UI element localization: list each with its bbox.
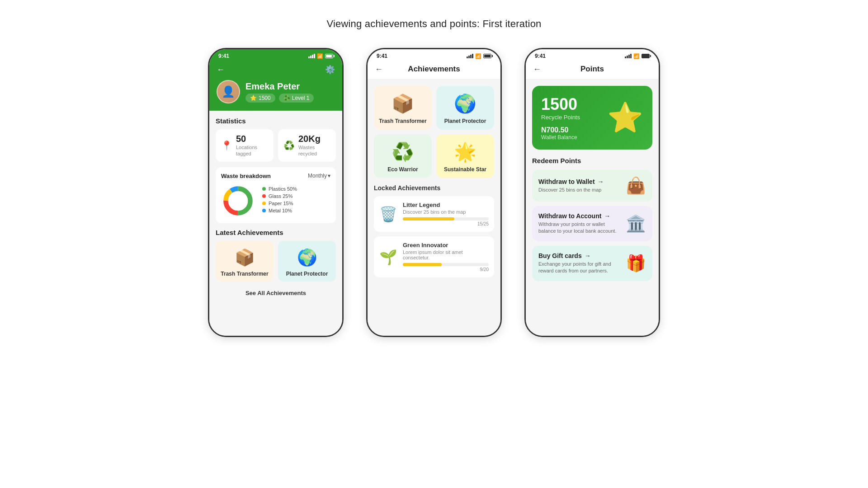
locked-section-title: Locked Achievements [374, 184, 494, 192]
gift-icon: 🎁 [626, 254, 646, 273]
withdraw-account-card[interactable]: Withdraw to Account → Withdraw your poin… [532, 206, 652, 241]
innovator-progress-fill [403, 263, 442, 266]
stat-wastes: ♻️ 20Kg Wastes recycled [278, 129, 336, 162]
arrow-icon: → [598, 178, 604, 185]
points-badge: ⭐ 1500 [245, 94, 275, 103]
see-all-achievements[interactable]: See All Achievements [216, 286, 336, 300]
phone1-body: Statistics 📍 50 Locations tagged ♻️ [209, 111, 342, 336]
latest-achievements: Latest Achievements 📦 Trash Transformer … [216, 229, 336, 300]
legend-glass: Glass 25% [262, 193, 330, 199]
time-2: 9:41 [377, 53, 387, 59]
arrow-icon-3: → [585, 252, 591, 259]
back-button-3[interactable]: ← [533, 65, 541, 74]
innovator-progress-bg [403, 263, 489, 266]
legend-plastics: Plastics 50% [262, 186, 330, 192]
achievements-header: ← Achievements [368, 61, 500, 80]
gold-star-icon: ⭐ [607, 101, 643, 135]
withdraw-wallet-card[interactable]: Withdraw to Wallet → Discover 25 bins on… [532, 170, 652, 202]
points-label: Recycle Points [541, 114, 580, 121]
grid-trash-icon: 📦 [392, 93, 414, 114]
waste-breakdown-card: Waste breakdown Monthly ▾ [216, 167, 336, 223]
profile-info: Emeka Peter ⭐ 1500 ♻️ Level 1 [245, 81, 314, 103]
wifi-icon: 📶 [317, 53, 323, 59]
stats-row: 📍 50 Locations tagged ♻️ 20Kg Was [216, 129, 336, 162]
latest-achievements-title: Latest Achievements [216, 229, 336, 236]
green-innovator-icon: 🌱 [379, 249, 397, 266]
wifi-icon-2: 📶 [475, 53, 481, 59]
grid-eco-warrior[interactable]: ♻️ Eco Warrior [374, 134, 432, 178]
legend-metal: Metal 10% [262, 208, 330, 213]
arrow-icon-2: → [604, 212, 610, 220]
star-icon: ⭐ [250, 95, 257, 101]
donut-chart [221, 184, 255, 218]
status-bar-1: 9:41 📶 [209, 49, 342, 61]
points-card: 1500 Recycle Points N700.50 Wallet Balan… [532, 86, 652, 150]
battery-icon [325, 54, 333, 58]
status-icons-3: 📶 [625, 53, 650, 59]
points-number: 1500 [541, 95, 580, 114]
points-screen-title: Points [533, 65, 651, 74]
planet-protector-icon: 🌍 [297, 248, 317, 267]
litter-progress-bg [403, 217, 489, 221]
time-1: 9:41 [218, 53, 229, 59]
back-button-2[interactable]: ← [375, 65, 383, 74]
litter-progress-fill [403, 217, 454, 221]
phone-points: 9:41 📶 ← Points 150 [524, 48, 660, 337]
level-badge: ♻️ Level 1 [279, 94, 314, 103]
grid-trash-transformer[interactable]: 📦 Trash Transformer [374, 86, 432, 130]
donut-svg [221, 184, 255, 218]
status-bar-2: 9:41 📶 [368, 49, 500, 61]
recycle-icon: ♻️ [283, 95, 290, 101]
signal-icon [308, 54, 315, 58]
buy-gift-cards-card[interactable]: Buy Gift cards → Exchange your points fo… [532, 246, 652, 281]
profile-row: 👤 Emeka Peter ⭐ 1500 ♻️ Level 1 [217, 80, 335, 103]
locked-litter-legend: 🗑️ Litter Legend Discover 25 bins on the… [374, 196, 494, 232]
achievements-grid: 📦 Trash Transformer 🌍 Planet Protector ♻… [374, 86, 494, 178]
achievement-trash-transformer[interactable]: 📦 Trash Transformer [216, 241, 274, 282]
signal-icon-2 [467, 54, 473, 58]
statistics-title: Statistics [216, 117, 336, 125]
monthly-dropdown[interactable]: Monthly ▾ [308, 173, 330, 179]
phones-container: 9:41 📶 ← ⚙️ 👤 [208, 48, 660, 337]
avatar: 👤 [217, 80, 240, 103]
achievement-cards: 📦 Trash Transformer 🌍 Planet Protector [216, 241, 336, 282]
wallet-label: Wallet Balance [541, 134, 580, 141]
back-icon[interactable]: ← [217, 65, 225, 75]
points-header: ← Points [526, 61, 659, 80]
phone-profile: 9:41 📶 ← ⚙️ 👤 [208, 48, 344, 337]
chevron-down-icon: ▾ [328, 173, 330, 179]
phone3-body: 1500 Recycle Points N700.50 Wallet Balan… [526, 80, 659, 336]
status-bar-3: 9:41 📶 [526, 49, 659, 61]
metal-dot [262, 209, 266, 212]
achievements-screen-title: Achievements [375, 65, 493, 74]
status-icons-2: 📶 [467, 53, 491, 59]
legend: Plastics 50% Glass 25% Paper 15% Me [262, 186, 330, 215]
redeem-title: Redeem Points [532, 157, 652, 164]
battery-icon-3 [642, 54, 650, 58]
battery-icon-2 [483, 54, 491, 58]
settings-icon[interactable]: ⚙️ [325, 65, 335, 75]
achievement-planet-protector[interactable]: 🌍 Planet Protector [278, 241, 336, 282]
legend-paper: Paper 15% [262, 201, 330, 206]
phone-achievements: 9:41 📶 ← Achievements [366, 48, 502, 337]
status-icons-1: 📶 [308, 53, 333, 59]
bank-icon: 🏛️ [626, 214, 646, 233]
grid-planet-protector[interactable]: 🌍 Planet Protector [436, 86, 494, 130]
location-icon: 📍 [221, 140, 232, 151]
paper-dot [262, 202, 266, 205]
grid-eco-icon: ♻️ [392, 141, 414, 163]
grid-sustainable-star[interactable]: 🌟 Sustainable Star [436, 134, 494, 178]
waste-header: Waste breakdown Monthly ▾ [221, 173, 330, 179]
wifi-icon-3: 📶 [633, 53, 640, 59]
phone2-body: 📦 Trash Transformer 🌍 Planet Protector ♻… [368, 80, 500, 336]
profile-nav: ← ⚙️ [217, 65, 335, 75]
page-title: Viewing achievements and points: First i… [326, 18, 541, 30]
glass-dot [262, 194, 266, 198]
trash-transformer-icon: 📦 [235, 248, 255, 267]
recycle-stat-icon: ♻️ [283, 140, 295, 151]
profile-name: Emeka Peter [245, 81, 314, 92]
plastics-dot [262, 187, 266, 191]
litter-legend-icon: 🗑️ [379, 206, 397, 223]
grid-star-icon: 🌟 [454, 141, 476, 163]
grid-planet-icon: 🌍 [454, 93, 476, 114]
